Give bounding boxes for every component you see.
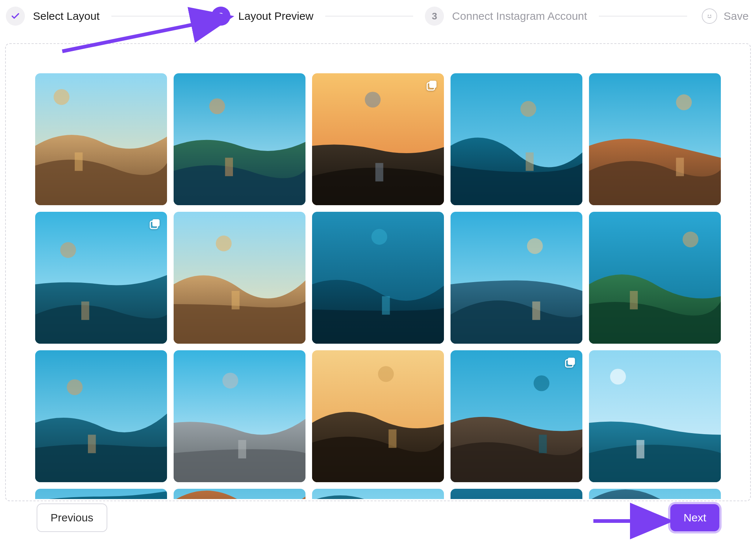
grid-tile[interactable] [589, 350, 721, 482]
svg-point-25 [216, 236, 231, 251]
grid-tile[interactable] [589, 212, 721, 344]
preview-grid [35, 73, 721, 482]
svg-rect-35 [630, 291, 638, 309]
svg-rect-11 [429, 81, 437, 88]
svg-point-43 [378, 366, 394, 382]
step-label: Connect Instagram Account [452, 10, 587, 22]
svg-point-1 [710, 15, 711, 15]
svg-point-6 [209, 98, 225, 114]
grid-tile-peek[interactable] [312, 489, 444, 499]
grid-tile[interactable] [312, 212, 444, 344]
grid-tile[interactable] [312, 350, 444, 482]
grid-tile-peek[interactable] [451, 489, 582, 499]
grid-tile[interactable] [312, 73, 444, 205]
step-connector [599, 16, 687, 16]
svg-point-14 [520, 101, 536, 117]
svg-rect-15 [526, 152, 534, 171]
layout-preview-panel [5, 43, 751, 501]
grid-tile[interactable] [174, 212, 305, 344]
step-number-badge: 3 [425, 7, 444, 26]
grid-tile-peek[interactable] [589, 489, 721, 499]
step-number-badge: 2 [211, 7, 230, 26]
carousel-icon [149, 218, 161, 230]
wizard-stepper: Select Layout 2 Layout Preview 3 Connect… [0, 0, 756, 32]
step-connector [111, 16, 200, 16]
svg-rect-26 [231, 291, 240, 309]
grid-tile[interactable] [35, 212, 167, 344]
svg-point-9 [365, 92, 381, 107]
step-connect-instagram[interactable]: 3 Connect Instagram Account [425, 7, 587, 26]
smile-icon [702, 8, 717, 24]
carousel-icon [564, 356, 577, 369]
svg-rect-22 [152, 219, 160, 226]
svg-rect-29 [382, 296, 390, 314]
svg-point-3 [53, 89, 69, 105]
step-layout-preview[interactable]: 2 Layout Preview [211, 7, 314, 26]
svg-point-31 [527, 238, 543, 254]
svg-rect-47 [539, 435, 547, 453]
svg-rect-41 [238, 440, 246, 458]
svg-rect-10 [375, 163, 383, 181]
carousel-icon [426, 79, 438, 92]
step-label: Select Layout [33, 10, 100, 22]
grid-tile[interactable] [589, 73, 721, 205]
check-icon [6, 7, 25, 26]
preview-grid-peek [35, 489, 721, 499]
svg-rect-7 [225, 158, 233, 176]
grid-tile[interactable] [451, 212, 582, 344]
step-connector [325, 16, 414, 16]
svg-rect-21 [81, 302, 89, 320]
svg-point-51 [610, 369, 626, 384]
svg-point-34 [683, 232, 698, 247]
svg-rect-52 [637, 440, 645, 458]
grid-tile[interactable] [35, 350, 167, 482]
svg-point-28 [371, 229, 387, 245]
svg-point-40 [222, 373, 238, 388]
next-button[interactable]: Next [670, 504, 719, 531]
svg-point-20 [60, 242, 76, 258]
svg-rect-44 [389, 429, 397, 448]
grid-tile[interactable] [174, 73, 305, 205]
step-label: Layout Preview [238, 10, 314, 22]
grid-tile-peek[interactable] [174, 489, 305, 499]
grid-tile[interactable] [174, 350, 305, 482]
svg-point-0 [708, 15, 708, 15]
svg-rect-18 [676, 158, 684, 176]
svg-point-46 [534, 375, 549, 391]
grid-tile[interactable] [451, 350, 582, 482]
svg-rect-32 [532, 302, 540, 320]
step-select-layout[interactable]: Select Layout [6, 7, 100, 26]
grid-tile[interactable] [35, 73, 167, 205]
grid-tile[interactable] [451, 73, 582, 205]
svg-rect-4 [75, 152, 83, 171]
previous-button[interactable]: Previous [37, 503, 107, 532]
save-label: Save [724, 10, 749, 22]
save-step[interactable]: Save [702, 8, 749, 24]
svg-point-17 [676, 95, 692, 110]
wizard-footer: Previous Next [5, 503, 751, 532]
svg-rect-48 [568, 358, 575, 365]
grid-tile-peek[interactable] [35, 489, 167, 499]
svg-point-37 [67, 379, 82, 395]
svg-rect-38 [88, 435, 96, 453]
svg-rect-62 [451, 489, 582, 499]
